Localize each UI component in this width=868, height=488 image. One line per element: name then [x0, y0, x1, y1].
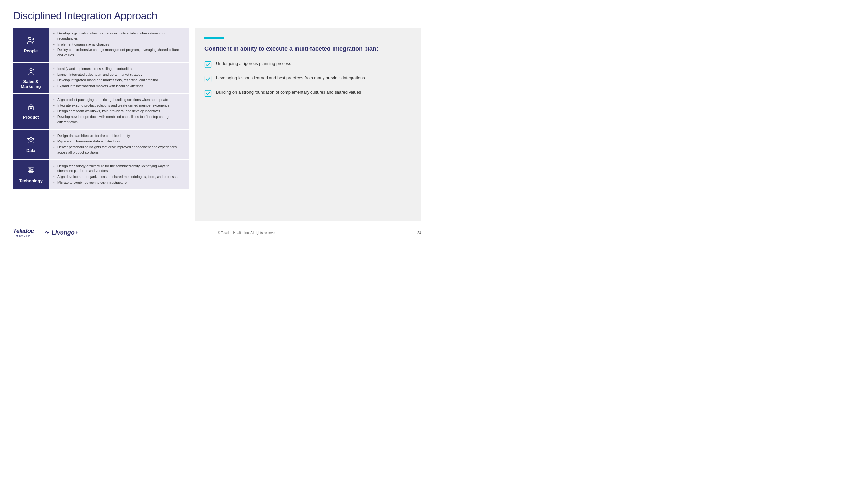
svg-point-1: [32, 38, 33, 40]
bullets-data: Design data architecture for the combine…: [53, 133, 184, 156]
bullet-item: Migrate and harmonize data architectures: [53, 139, 184, 144]
content-technology: Design technology architecture for the c…: [49, 160, 189, 189]
content-people: Develop organization structure, retainin…: [49, 28, 189, 62]
footer-logos: Teladoc HEALTH Livongo ®: [13, 228, 78, 237]
label-technology: Technology: [13, 160, 49, 189]
bullet-item: Develop organization structure, retainin…: [53, 31, 184, 41]
svg-point-2: [30, 68, 32, 70]
row-people: People Develop organization structure, r…: [13, 28, 189, 62]
label-data-text: Data: [26, 148, 35, 153]
right-heading: Confident in ability to execute a multi-…: [205, 45, 412, 53]
right-panel: Confident in ability to execute a multi-…: [195, 28, 421, 221]
checklist-item-3: Building on a strong foundation of compl…: [205, 89, 412, 97]
checklist: Undergoing a rigorous planning process L…: [205, 61, 412, 97]
bullet-item: Design technology architecture for the c…: [53, 164, 184, 174]
teladoc-name: Teladoc: [13, 228, 34, 234]
footer: Teladoc HEALTH Livongo ® © Teladoc Healt…: [13, 225, 421, 237]
sales-icon: [26, 67, 35, 77]
left-panel: People Develop organization structure, r…: [13, 28, 189, 221]
bullets-sales: Identify and implement cross-selling opp…: [53, 66, 184, 90]
bullets-technology: Design technology architecture for the c…: [53, 164, 184, 186]
svg-rect-5: [28, 167, 34, 171]
row-sales: Sales &Marketing Identify and implement …: [13, 63, 189, 93]
footer-copyright: © Teladoc Health, Inc. All rights reserv…: [78, 231, 417, 234]
bullet-item: Align product packaging and pricing, bun…: [53, 97, 184, 102]
label-sales-text: Sales &Marketing: [21, 79, 41, 89]
label-people-text: People: [24, 48, 38, 54]
label-product-text: Product: [23, 115, 39, 120]
content-product: Align product packaging and pricing, bun…: [49, 94, 189, 129]
livongo-symbol: [44, 230, 50, 236]
label-product: Product: [13, 94, 49, 129]
content-sales: Identify and implement cross-selling opp…: [49, 63, 189, 93]
bullet-item: Design data architecture for the combine…: [53, 133, 184, 139]
slide-title: Disciplined Integration Approach: [13, 10, 421, 22]
bullet-item: Design care team workflows, train provid…: [53, 109, 184, 114]
bullet-item: Develop new joint products with combined…: [53, 115, 184, 125]
checklist-item-2: Leveraging lessons learned and best prac…: [205, 75, 412, 83]
svg-rect-6: [29, 168, 31, 171]
bullets-people: Develop organization structure, retainin…: [53, 31, 184, 59]
bullet-item: Expand into international markets with l…: [53, 84, 184, 89]
row-technology: Technology Design technology architectur…: [13, 160, 189, 189]
people-icon: [26, 36, 35, 46]
teladoc-logo: Teladoc HEALTH: [13, 228, 34, 237]
label-people: People: [13, 28, 49, 62]
bullet-item: Deliver personalized insights that drive…: [53, 145, 184, 155]
check-icon-3: [205, 90, 212, 97]
label-data: Data: [13, 130, 49, 159]
bullet-item: Develop integrated brand and market stor…: [53, 78, 184, 83]
bullet-item: Implement organizational changes: [53, 42, 184, 47]
svg-point-0: [29, 37, 31, 40]
label-sales: Sales &Marketing: [13, 63, 49, 93]
bullet-item: Identify and implement cross-selling opp…: [53, 66, 184, 72]
technology-icon: [26, 166, 35, 176]
footer-page: 28: [417, 231, 421, 234]
bullet-item: Deploy comprehensive change management p…: [53, 47, 184, 58]
check-icon-2: [205, 75, 212, 83]
bullet-item: Integrate existing product solutions and…: [53, 103, 184, 108]
row-product: Product Align product packaging and pric…: [13, 94, 189, 129]
checklist-text-2: Leveraging lessons learned and best prac…: [216, 75, 365, 82]
bullet-item: Align development organizations on share…: [53, 174, 184, 180]
svg-point-4: [30, 108, 32, 109]
label-technology-text: Technology: [19, 178, 43, 184]
livongo-name: Livongo: [52, 229, 74, 236]
main-content: People Develop organization structure, r…: [13, 28, 421, 221]
product-icon: [26, 102, 35, 113]
check-icon-1: [205, 61, 212, 68]
content-data: Design data architecture for the combine…: [49, 130, 189, 159]
svg-rect-3: [29, 107, 33, 110]
bullets-product: Align product packaging and pricing, bun…: [53, 97, 184, 126]
logo-divider: [39, 228, 39, 237]
row-data: Data Design data architecture for the co…: [13, 130, 189, 159]
slide: Disciplined Integration Approach: [0, 0, 434, 244]
data-icon: [26, 136, 35, 146]
teladoc-health: HEALTH: [16, 234, 31, 237]
checklist-text-1: Undergoing a rigorous planning process: [216, 61, 291, 67]
livongo-logo: Livongo ®: [44, 229, 78, 236]
bullet-item: Launch integrated sales team and go-to-m…: [53, 72, 184, 77]
checklist-item-1: Undergoing a rigorous planning process: [205, 61, 412, 68]
accent-line: [205, 37, 224, 39]
bullet-item: Migrate to combined technology infrastru…: [53, 180, 184, 186]
checklist-text-3: Building on a strong foundation of compl…: [216, 89, 361, 96]
